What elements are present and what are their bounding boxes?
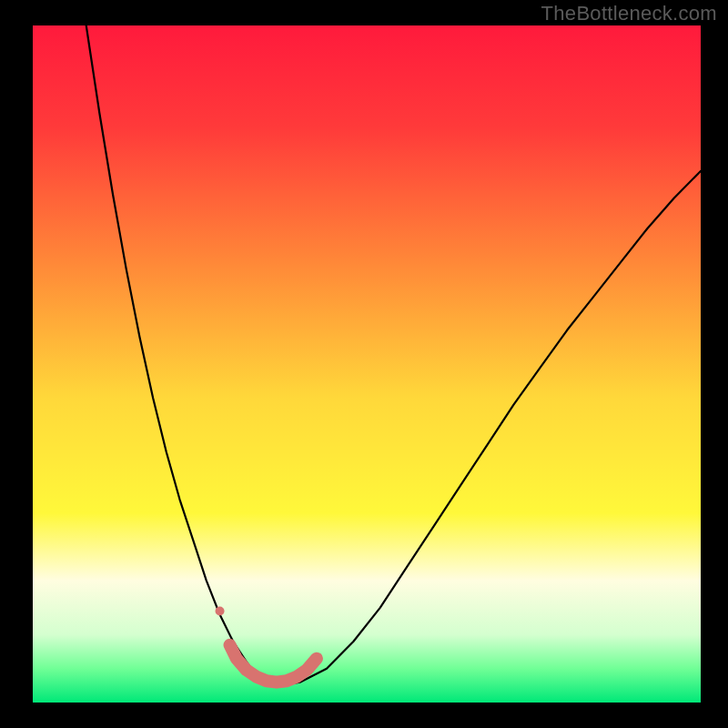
chart-container: TheBottleneck.com <box>0 0 728 728</box>
series-left-dot-point <box>216 607 225 616</box>
plot-background <box>33 25 701 703</box>
chart-svg <box>0 0 728 728</box>
watermark-text: TheBottleneck.com <box>541 2 717 25</box>
